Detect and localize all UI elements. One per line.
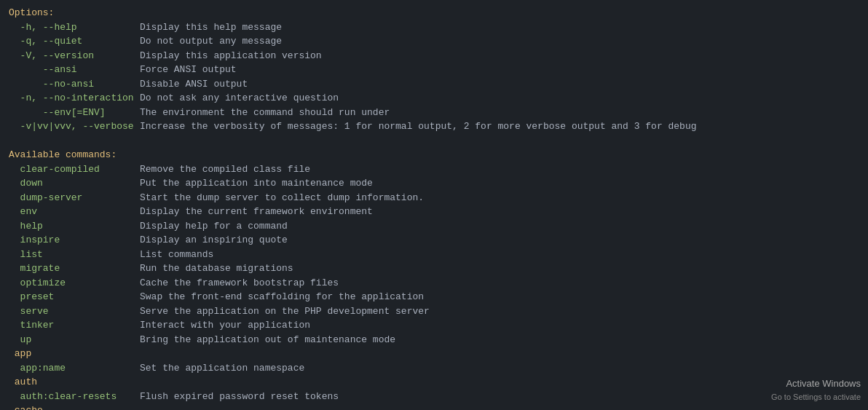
command-name: preset: [9, 290, 140, 304]
terminal-line: envDisplay the current framework environ…: [9, 205, 859, 219]
command-description: Run the database migrations: [140, 261, 293, 276]
command-description: Interact with your application: [140, 318, 310, 333]
command-description: List commands: [140, 248, 213, 262]
command-description: Remove the compiled class file: [140, 162, 310, 177]
terminal-line: --env[=ENV]The environment the command s…: [9, 106, 859, 120]
terminal-line: listList commands: [9, 248, 859, 262]
command-name: list: [9, 248, 140, 262]
terminal-line: --no-ansiDisable ANSI output: [9, 77, 859, 92]
command-name: help: [9, 219, 140, 234]
command-group: app: [9, 347, 31, 361]
terminal-line: downPut the application into maintenance…: [9, 176, 859, 191]
command-description: Display the current framework environmen…: [140, 205, 373, 219]
option-name: -V, --version: [9, 49, 140, 63]
terminal-line: Available commands:: [9, 148, 859, 162]
terminal-line: --ansiForce ANSI output: [9, 63, 859, 77]
terminal-line: upBring the application out of maintenan…: [9, 333, 859, 347]
terminal-line: Options:: [9, 6, 859, 20]
section-header: Options:: [9, 6, 54, 20]
activate-subtitle: Go to Settings to activate: [771, 391, 861, 403]
command-name: down: [9, 176, 140, 191]
command-description: Cache the framework bootstrap files: [140, 276, 339, 291]
command-name: dump-server: [9, 191, 140, 205]
command-description: Bring the application out of maintenance…: [140, 333, 395, 347]
option-name: -h, --help: [9, 20, 140, 35]
terminal-line: migrateRun the database migrations: [9, 261, 859, 276]
section-header: Available commands:: [9, 148, 117, 162]
command-name: optimize: [9, 276, 140, 291]
terminal-line: -v|vv|vvv, --verboseIncrease the verbosi…: [9, 119, 859, 134]
option-description: Do not output any message: [140, 34, 282, 49]
terminal-line: dump-serverStart the dump server to coll…: [9, 191, 859, 205]
command-name: migrate: [9, 261, 140, 276]
terminal-line: [9, 134, 859, 149]
option-description: Display this help message: [140, 20, 282, 35]
option-name: --no-ansi: [9, 77, 140, 92]
option-description: Increase the verbosity of messages: 1 fo…: [140, 119, 697, 134]
terminal-line: auth:clear-resetsFlush expired password …: [9, 390, 859, 404]
command-name: app:name: [9, 361, 140, 376]
command-name: up: [9, 333, 140, 347]
option-name: --env[=ENV]: [9, 106, 140, 120]
option-name: --ansi: [9, 63, 140, 77]
command-description: Swap the front-end scaffolding for the a…: [140, 290, 424, 304]
terminal-line: clear-compiledRemove the compiled class …: [9, 162, 859, 177]
command-description: Put the application into maintenance mod…: [140, 176, 373, 191]
terminal-line: -h, --helpDisplay this help message: [9, 20, 859, 35]
command-description: Flush expired password reset tokens: [140, 390, 339, 404]
command-name: inspire: [9, 233, 140, 248]
terminal-line: auth: [9, 375, 859, 390]
command-name: tinker: [9, 318, 140, 333]
command-description: Start the dump server to collect dump in…: [140, 191, 424, 205]
command-description: Set the application namespace: [140, 361, 304, 376]
command-name: env: [9, 205, 140, 219]
terminal-line: tinkerInteract with your application: [9, 318, 859, 333]
terminal-line: -q, --quietDo not output any message: [9, 34, 859, 49]
terminal-line: app:nameSet the application namespace: [9, 361, 859, 376]
terminal-line: cache: [9, 403, 859, 410]
option-description: Display this application version: [140, 49, 322, 63]
terminal-line: app: [9, 347, 859, 361]
command-description: Display help for a command: [140, 219, 288, 234]
command-name: clear-compiled: [9, 162, 140, 177]
terminal-line: inspireDisplay an inspiring quote: [9, 233, 859, 248]
terminal-line: helpDisplay help for a command: [9, 219, 859, 234]
terminal-line: -V, --versionDisplay this application ve…: [9, 49, 859, 63]
option-description: Disable ANSI output: [140, 77, 248, 92]
command-description: Display an inspiring quote: [140, 233, 288, 248]
activate-title: Activate Windows: [771, 377, 861, 391]
option-name: -q, --quiet: [9, 34, 140, 49]
option-description: Do not ask any interactive question: [140, 91, 339, 106]
terminal: Options: -h, --helpDisplay this help mes…: [0, 0, 868, 410]
terminal-line: serveServe the application on the PHP de…: [9, 304, 859, 319]
terminal-line: optimizeCache the framework bootstrap fi…: [9, 276, 859, 291]
terminal-line: -n, --no-interactionDo not ask any inter…: [9, 91, 859, 106]
command-name: serve: [9, 304, 140, 319]
option-name: -v|vv|vvv, --verbose: [9, 119, 140, 134]
command-description: Serve the application on the PHP develop…: [140, 304, 430, 319]
command-name: auth:clear-resets: [9, 390, 140, 404]
option-name: -n, --no-interaction: [9, 91, 140, 106]
windows-activate-notice: Activate Windows Go to Settings to activ…: [771, 377, 861, 403]
command-group: auth: [9, 375, 37, 390]
option-description: Force ANSI output: [140, 63, 237, 77]
option-description: The environment the command should run u…: [140, 106, 390, 120]
command-group: cache: [9, 403, 43, 410]
terminal-line: presetSwap the front-end scaffolding for…: [9, 290, 859, 304]
